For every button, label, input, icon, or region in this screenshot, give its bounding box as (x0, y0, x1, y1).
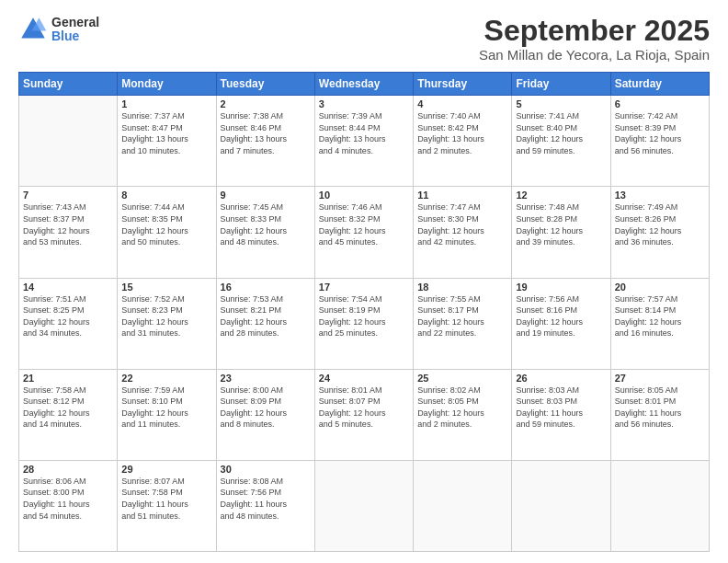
day-cell: 12Sunrise: 7:48 AM Sunset: 8:28 PM Dayli… (512, 187, 610, 278)
logo: General Blue (18, 15, 99, 44)
day-cell: 25Sunrise: 8:02 AM Sunset: 8:05 PM Dayli… (414, 369, 512, 460)
day-number: 15 (121, 282, 211, 293)
day-cell: 14Sunrise: 7:51 AM Sunset: 8:25 PM Dayli… (19, 278, 118, 369)
day-info: Sunrise: 7:47 AM Sunset: 8:30 PM Dayligh… (417, 201, 507, 247)
day-info: Sunrise: 7:57 AM Sunset: 8:14 PM Dayligh… (615, 293, 705, 339)
day-number: 5 (516, 98, 606, 109)
day-number: 25 (417, 373, 507, 384)
day-info: Sunrise: 7:48 AM Sunset: 8:28 PM Dayligh… (516, 201, 606, 247)
day-number: 1 (121, 98, 211, 109)
day-number: 2 (221, 98, 311, 109)
day-info: Sunrise: 7:54 AM Sunset: 8:19 PM Dayligh… (319, 293, 409, 339)
day-number: 27 (615, 373, 705, 384)
day-number: 7 (23, 190, 113, 201)
day-cell: 1Sunrise: 7:37 AM Sunset: 8:47 PM Daylig… (118, 96, 216, 187)
day-number: 20 (615, 282, 705, 293)
day-info: Sunrise: 7:52 AM Sunset: 8:23 PM Dayligh… (121, 293, 211, 339)
day-number: 11 (417, 190, 507, 201)
day-cell: 18Sunrise: 7:55 AM Sunset: 8:17 PM Dayli… (414, 278, 512, 369)
day-cell: 8Sunrise: 7:44 AM Sunset: 8:35 PM Daylig… (118, 187, 216, 278)
day-info: Sunrise: 8:03 AM Sunset: 8:03 PM Dayligh… (516, 385, 606, 431)
day-number: 6 (615, 98, 705, 109)
day-number: 16 (221, 282, 311, 293)
day-info: Sunrise: 7:56 AM Sunset: 8:16 PM Dayligh… (516, 293, 606, 339)
day-info: Sunrise: 7:49 AM Sunset: 8:26 PM Dayligh… (615, 201, 705, 247)
day-info: Sunrise: 7:51 AM Sunset: 8:25 PM Dayligh… (23, 293, 113, 339)
day-info: Sunrise: 7:38 AM Sunset: 8:46 PM Dayligh… (221, 110, 311, 156)
day-number: 13 (615, 190, 705, 201)
day-cell (314, 460, 413, 551)
week-row-0: 1Sunrise: 7:37 AM Sunset: 8:47 PM Daylig… (19, 96, 710, 187)
day-number: 12 (516, 190, 606, 201)
location: San Millan de Yecora, La Rioja, Spain (479, 47, 710, 63)
day-number: 18 (417, 282, 507, 293)
day-cell: 21Sunrise: 7:58 AM Sunset: 8:12 PM Dayli… (19, 369, 118, 460)
day-info: Sunrise: 7:40 AM Sunset: 8:42 PM Dayligh… (417, 110, 507, 156)
day-cell: 23Sunrise: 8:00 AM Sunset: 8:09 PM Dayli… (216, 369, 314, 460)
day-number: 4 (417, 98, 507, 109)
day-number: 23 (221, 373, 311, 384)
header-cell-friday: Friday (512, 73, 610, 96)
day-number: 9 (221, 190, 311, 201)
day-cell: 15Sunrise: 7:52 AM Sunset: 8:23 PM Dayli… (118, 278, 216, 369)
day-info: Sunrise: 7:46 AM Sunset: 8:32 PM Dayligh… (319, 201, 409, 247)
header-cell-wednesday: Wednesday (314, 73, 413, 96)
day-cell: 7Sunrise: 7:43 AM Sunset: 8:37 PM Daylig… (19, 187, 118, 278)
logo-text: General Blue (51, 16, 99, 44)
header: General Blue September 2025 San Millan d… (18, 15, 710, 63)
day-number: 8 (121, 190, 211, 201)
week-row-3: 21Sunrise: 7:58 AM Sunset: 8:12 PM Dayli… (19, 369, 710, 460)
day-number: 10 (319, 190, 409, 201)
header-row: SundayMondayTuesdayWednesdayThursdayFrid… (19, 73, 710, 96)
day-info: Sunrise: 7:45 AM Sunset: 8:33 PM Dayligh… (221, 201, 311, 247)
header-cell-sunday: Sunday (19, 73, 118, 96)
day-info: Sunrise: 7:44 AM Sunset: 8:35 PM Dayligh… (121, 201, 211, 247)
day-number: 21 (23, 373, 113, 384)
header-cell-thursday: Thursday (414, 73, 512, 96)
day-info: Sunrise: 8:02 AM Sunset: 8:05 PM Dayligh… (417, 385, 507, 431)
day-cell: 5Sunrise: 7:41 AM Sunset: 8:40 PM Daylig… (512, 96, 610, 187)
day-cell: 16Sunrise: 7:53 AM Sunset: 8:21 PM Dayli… (216, 278, 314, 369)
header-cell-saturday: Saturday (610, 73, 709, 96)
week-row-4: 28Sunrise: 8:06 AM Sunset: 8:00 PM Dayli… (19, 460, 710, 551)
day-info: Sunrise: 8:08 AM Sunset: 7:56 PM Dayligh… (221, 476, 311, 522)
day-cell: 10Sunrise: 7:46 AM Sunset: 8:32 PM Dayli… (314, 187, 413, 278)
day-cell (19, 96, 118, 187)
day-info: Sunrise: 8:01 AM Sunset: 8:07 PM Dayligh… (319, 385, 409, 431)
day-cell: 30Sunrise: 8:08 AM Sunset: 7:56 PM Dayli… (216, 460, 314, 551)
day-number: 24 (319, 373, 409, 384)
day-cell: 2Sunrise: 7:38 AM Sunset: 8:46 PM Daylig… (216, 96, 314, 187)
day-number: 29 (121, 464, 211, 475)
day-number: 26 (516, 373, 606, 384)
day-cell: 20Sunrise: 7:57 AM Sunset: 8:14 PM Dayli… (610, 278, 709, 369)
week-row-1: 7Sunrise: 7:43 AM Sunset: 8:37 PM Daylig… (19, 187, 710, 278)
logo-blue: Blue (51, 29, 99, 43)
day-cell (610, 460, 709, 551)
day-number: 3 (319, 98, 409, 109)
day-info: Sunrise: 7:43 AM Sunset: 8:37 PM Dayligh… (23, 201, 113, 247)
month-title: September 2025 (479, 15, 710, 47)
day-number: 19 (516, 282, 606, 293)
day-cell: 22Sunrise: 7:59 AM Sunset: 8:10 PM Dayli… (118, 369, 216, 460)
day-info: Sunrise: 7:55 AM Sunset: 8:17 PM Dayligh… (417, 293, 507, 339)
day-number: 30 (221, 464, 311, 475)
day-cell: 19Sunrise: 7:56 AM Sunset: 8:16 PM Dayli… (512, 278, 610, 369)
day-cell: 24Sunrise: 8:01 AM Sunset: 8:07 PM Dayli… (314, 369, 413, 460)
header-cell-monday: Monday (118, 73, 216, 96)
day-info: Sunrise: 7:39 AM Sunset: 8:44 PM Dayligh… (319, 110, 409, 156)
title-block: September 2025 San Millan de Yecora, La … (479, 15, 710, 63)
day-cell (414, 460, 512, 551)
header-cell-tuesday: Tuesday (216, 73, 314, 96)
day-cell: 26Sunrise: 8:03 AM Sunset: 8:03 PM Dayli… (512, 369, 610, 460)
day-info: Sunrise: 7:42 AM Sunset: 8:39 PM Dayligh… (615, 110, 705, 156)
day-info: Sunrise: 7:37 AM Sunset: 8:47 PM Dayligh… (121, 110, 211, 156)
logo-icon (18, 15, 48, 44)
day-info: Sunrise: 8:05 AM Sunset: 8:01 PM Dayligh… (615, 385, 705, 431)
day-number: 28 (23, 464, 113, 475)
day-info: Sunrise: 7:59 AM Sunset: 8:10 PM Dayligh… (121, 385, 211, 431)
day-cell: 27Sunrise: 8:05 AM Sunset: 8:01 PM Dayli… (610, 369, 709, 460)
day-cell: 6Sunrise: 7:42 AM Sunset: 8:39 PM Daylig… (610, 96, 709, 187)
day-info: Sunrise: 7:58 AM Sunset: 8:12 PM Dayligh… (23, 385, 113, 431)
day-cell: 3Sunrise: 7:39 AM Sunset: 8:44 PM Daylig… (314, 96, 413, 187)
day-cell: 9Sunrise: 7:45 AM Sunset: 8:33 PM Daylig… (216, 187, 314, 278)
